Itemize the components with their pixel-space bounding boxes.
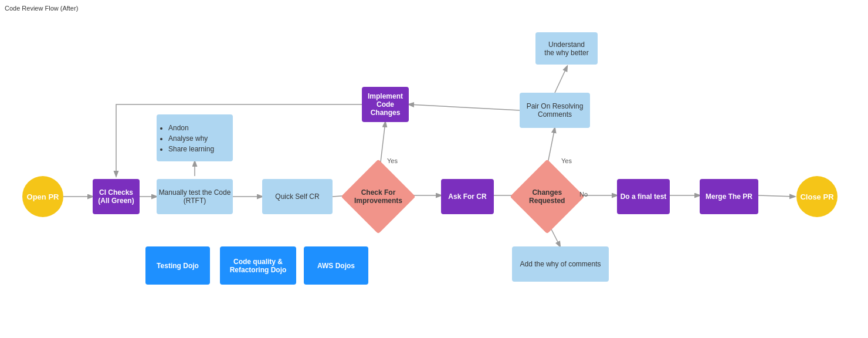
yes2-label: Yes: [561, 157, 572, 164]
svg-line-8: [758, 195, 795, 197]
quick-self-cr-node: Quick Self CR: [262, 179, 333, 214]
understand-why-label: Understandthe why better: [544, 40, 588, 57]
testing-dojo-label: Testing Dojo: [157, 262, 199, 270]
add-why-comments-label: Add the why of comments: [520, 260, 601, 268]
check-improvements-label: Check ForImprovements: [354, 188, 402, 205]
merge-pr-node: Merge The PR: [700, 179, 758, 214]
svg-line-12: [409, 104, 520, 110]
ask-for-cr-label: Ask For CR: [448, 192, 486, 201]
merge-pr-label: Merge The PR: [706, 192, 752, 201]
implement-changes-node: ImplementCode Changes: [362, 87, 409, 122]
connectors-svg: [0, 0, 868, 338]
open-pr-label: Open PR: [27, 192, 59, 201]
ci-checks-node: CI Checks(All Green): [93, 179, 140, 214]
do-final-test-node: Do a final test: [617, 179, 670, 214]
pair-on-resolving-label: Pair On ResolvingComments: [527, 102, 584, 119]
close-pr-node: Close PR: [796, 176, 838, 217]
diagram-canvas: Code Review Flow (After): [0, 0, 868, 338]
changes-requested-node: ChangesRequested: [510, 159, 584, 234]
code-quality-dojo-label: Code quality & Refactoring Dojo: [220, 258, 296, 274]
testing-dojo-node: Testing Dojo: [145, 246, 210, 285]
close-pr-label: Close PR: [800, 192, 833, 201]
do-final-test-label: Do a final test: [621, 192, 667, 201]
andon-list: Andon Analyse why Share learning: [161, 119, 228, 160]
understand-why-node: Understandthe why better: [535, 32, 598, 65]
svg-line-11: [555, 66, 567, 93]
yes1-label: Yes: [387, 157, 398, 164]
quick-self-cr-label: Quick Self CR: [275, 192, 319, 201]
andon-box-node: Andon Analyse why Share learning: [157, 114, 233, 161]
open-pr-node: Open PR: [22, 176, 63, 217]
add-why-comments-node: Add the why of comments: [512, 246, 609, 282]
ask-for-cr-node: Ask For CR: [441, 179, 494, 214]
aws-dojos-label: AWS Dojos: [317, 262, 355, 270]
pair-on-resolving-node: Pair On ResolvingComments: [520, 93, 590, 128]
manually-test-label: Manually test the Code(RTFT): [159, 188, 231, 205]
check-improvements-node: Check ForImprovements: [341, 159, 415, 234]
no1-label: No: [579, 191, 588, 198]
diagram-title: Code Review Flow (After): [5, 5, 78, 12]
code-quality-dojo-node: Code quality & Refactoring Dojo: [220, 246, 296, 285]
implement-changes-label: ImplementCode Changes: [362, 92, 409, 117]
ci-checks-label: CI Checks(All Green): [98, 188, 134, 205]
changes-requested-label: ChangesRequested: [529, 188, 565, 205]
aws-dojos-node: AWS Dojos: [304, 246, 368, 285]
manually-test-node: Manually test the Code(RTFT): [157, 179, 233, 214]
